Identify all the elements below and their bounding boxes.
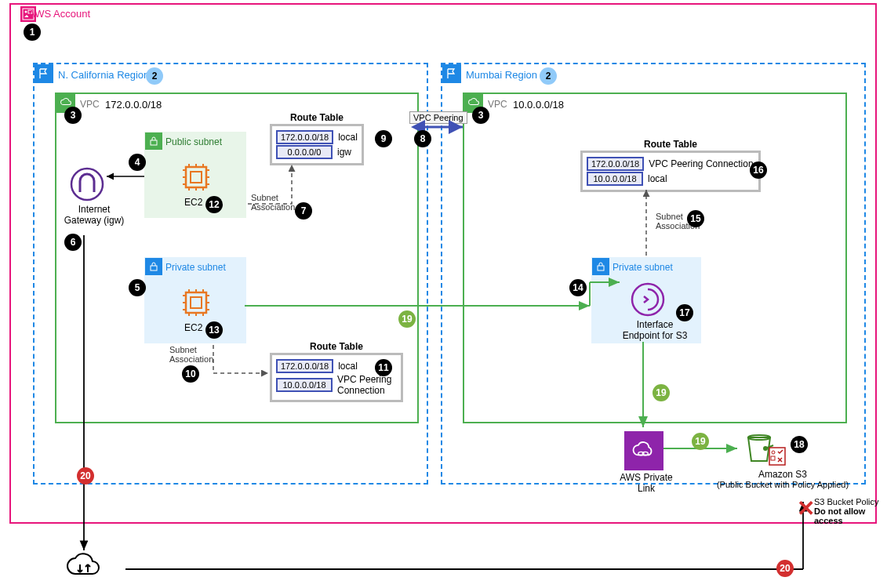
region-icon bbox=[35, 64, 53, 83]
badge-15: 15 bbox=[687, 210, 704, 227]
badge-12: 12 bbox=[205, 196, 223, 213]
route-table-title: Route Table bbox=[310, 341, 363, 352]
interface-endpoint-icon bbox=[630, 281, 666, 320]
ec2-label: EC2 bbox=[184, 197, 202, 208]
endpoint-label: Interface Endpoint for S3 bbox=[616, 319, 694, 341]
internet-gateway-icon bbox=[69, 166, 105, 205]
region-mumbai: Mumbai Region VPC 10.0.0.0/18 Route Tabl… bbox=[441, 63, 866, 485]
badge-10: 10 bbox=[182, 365, 199, 383]
badge-3: 3 bbox=[64, 107, 82, 124]
badge-2: 2 bbox=[540, 67, 557, 85]
lock-icon bbox=[145, 132, 162, 150]
route-table-public: Route Table 172.0.0.0/18 local 0.0.0.0/0… bbox=[270, 124, 364, 165]
block-x-icon: ✕ bbox=[797, 495, 815, 521]
badge-9: 9 bbox=[375, 130, 392, 147]
subnet-label: Public subnet bbox=[165, 136, 222, 147]
badge-19: 19 bbox=[653, 384, 670, 401]
route-table-title: Route Table bbox=[644, 139, 697, 150]
badge-20: 20 bbox=[77, 467, 94, 485]
lock-icon bbox=[592, 258, 609, 275]
bucket-policy-note: S3 Bucket Policy Do not allow access bbox=[814, 497, 887, 525]
svg-rect-6 bbox=[191, 172, 202, 183]
badge-20: 20 bbox=[776, 560, 794, 577]
region-n-california: N. California Region VPC 172.0.0.0/18 In… bbox=[33, 63, 428, 485]
route-row: 172.0.0.0/18 VPC Peering Connection bbox=[587, 157, 754, 171]
ec2-icon bbox=[180, 161, 213, 196]
route-table-right: Route Table 172.0.0.0/18 VPC Peering Con… bbox=[580, 151, 761, 192]
diagram-canvas: AWS Account 1 N. California Region VPC 1… bbox=[0, 0, 887, 588]
private-subnet-left: Private subnet EC2 bbox=[144, 257, 246, 343]
badge-11: 11 bbox=[375, 359, 392, 376]
ec2-icon bbox=[180, 286, 213, 321]
ec2-label: EC2 bbox=[184, 322, 202, 333]
svg-rect-21 bbox=[191, 297, 202, 308]
subnet-label: Private subnet bbox=[613, 262, 673, 273]
route-row: 0.0.0.0/0 igw bbox=[276, 145, 358, 159]
vpc-peering-label: VPC Peering bbox=[409, 111, 467, 124]
badge-16: 16 bbox=[750, 162, 767, 179]
svg-rect-35 bbox=[598, 266, 604, 270]
badge-5: 5 bbox=[129, 279, 146, 296]
vpc-tag: VPC bbox=[80, 99, 100, 110]
svg-point-1 bbox=[25, 11, 27, 13]
badge-13: 13 bbox=[205, 321, 223, 339]
route-row: 10.0.0.0/18 local bbox=[587, 172, 754, 186]
svg-rect-5 bbox=[186, 167, 206, 187]
internet-cloud-icon bbox=[64, 549, 104, 586]
subnet-label: Private subnet bbox=[165, 262, 226, 273]
badge-3: 3 bbox=[472, 107, 489, 124]
privatelink-label: AWS Private Link bbox=[616, 472, 676, 494]
public-subnet: Public subnet EC2 bbox=[144, 132, 246, 218]
badge-14: 14 bbox=[569, 279, 587, 296]
aws-account-label: AWS Account bbox=[28, 8, 90, 20]
s3-label: Amazon S3 (Public Bucket with Policy App… bbox=[712, 469, 853, 489]
vpc-left: VPC 172.0.0.0/18 Internet Gateway (igw) … bbox=[55, 93, 419, 423]
igw-label: Internet Gateway (igw) bbox=[63, 204, 125, 226]
subnet-assoc-label: Subnet Association bbox=[251, 193, 295, 212]
svg-rect-4 bbox=[151, 140, 157, 145]
region-icon bbox=[442, 64, 461, 83]
badge-19: 19 bbox=[398, 310, 416, 328]
svg-rect-19 bbox=[151, 266, 157, 270]
vpc-right: VPC 10.0.0.0/18 Route Table 172.0.0.0/18… bbox=[463, 93, 847, 423]
badge-6: 6 bbox=[64, 234, 82, 251]
vpc-cidr: 172.0.0.0/18 bbox=[105, 99, 162, 111]
aws-privatelink-icon bbox=[624, 431, 663, 470]
route-row: 10.0.0.0/18 VPC Peering Connection bbox=[276, 374, 397, 396]
badge-8: 8 bbox=[414, 130, 431, 147]
badge-17: 17 bbox=[676, 304, 693, 321]
badge-2: 2 bbox=[146, 67, 163, 85]
region-label: Mumbai Region bbox=[466, 69, 537, 81]
route-row: 172.0.0.0/18 local bbox=[276, 130, 358, 144]
subnet-assoc-label: Subnet Association bbox=[169, 345, 213, 364]
badge

-19: 19 bbox=[692, 433, 709, 450]
vpc-cidr: 10.0.0.0/18 bbox=[513, 99, 564, 111]
badge-4: 4 bbox=[129, 154, 146, 171]
badge-7: 7 bbox=[295, 202, 312, 220]
route-table-title: Route Table bbox=[290, 112, 344, 123]
svg-rect-20 bbox=[186, 292, 206, 313]
badge-18: 18 bbox=[791, 436, 808, 453]
lock-icon bbox=[145, 258, 162, 275]
badge-1: 1 bbox=[24, 24, 41, 41]
private-subnet-right: Private subnet Interface Endpoint for S3 bbox=[591, 257, 701, 343]
vpc-tag: VPC bbox=[488, 99, 507, 110]
region-label: N. California Region bbox=[58, 69, 149, 81]
s3-bucket-icon bbox=[742, 431, 776, 468]
